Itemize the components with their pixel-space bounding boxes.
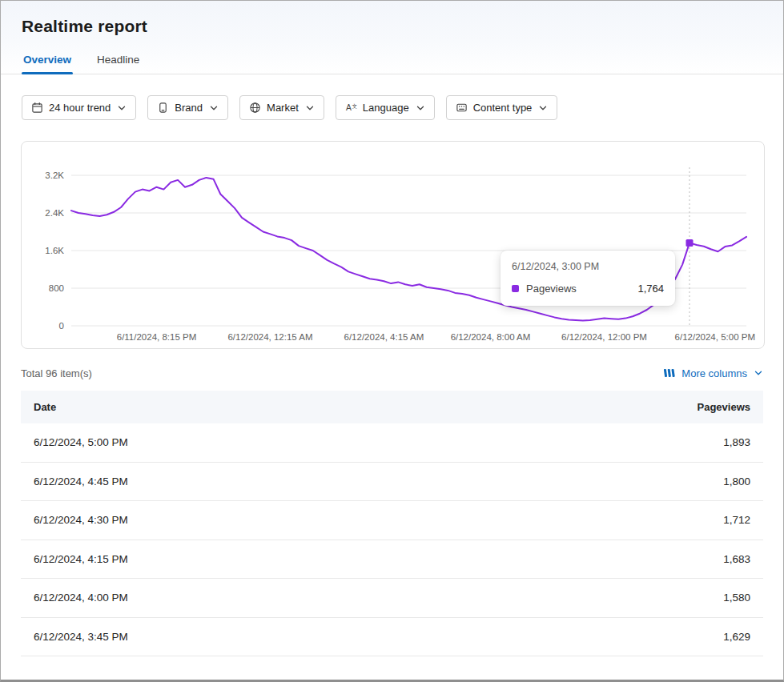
table-row[interactable]: 6/12/2024, 4:15 PM1,683: [21, 540, 763, 580]
tab-headline[interactable]: Headline: [95, 49, 141, 74]
chevron-down-icon: [117, 103, 127, 113]
svg-text:文: 文: [352, 103, 357, 109]
filter-bar: 24 hour trend Brand Market A: [1, 74, 783, 120]
hover-marker: [686, 239, 694, 247]
trend-chart[interactable]: 3.2K2.4K1.6K80006/11/2024, 8:15 PM6/12/2…: [22, 151, 764, 347]
language-filter-button[interactable]: A文 Language: [336, 95, 435, 120]
language-filter-label: Language: [363, 102, 409, 114]
y-axis-tick-label: 0: [59, 321, 64, 331]
more-columns-button[interactable]: More columns: [663, 367, 763, 379]
trend-filter-label: 24 hour trend: [49, 102, 111, 114]
pageviews-trend-chart-card: 3.2K2.4K1.6K80006/11/2024, 8:15 PM6/12/2…: [21, 141, 765, 349]
table-row[interactable]: 6/12/2024, 4:00 PM1,580: [21, 579, 763, 618]
table-row[interactable]: 6/12/2024, 4:30 PM1,712: [21, 501, 763, 540]
brand-icon: [157, 102, 169, 114]
tooltip-timestamp: 6/12/2024, 3:00 PM: [512, 261, 664, 272]
realtime-report-page: Realtime report Overview Headline 24 hou…: [0, 0, 784, 682]
brand-filter-label: Brand: [175, 102, 203, 114]
language-icon: A文: [345, 102, 357, 114]
y-axis-tick-label: 2.4K: [45, 208, 64, 218]
calendar-icon: [31, 102, 43, 114]
x-axis-tick-label: 6/11/2024, 8:15 PM: [117, 332, 197, 342]
page-header: Realtime report Overview Headline: [1, 1, 783, 74]
svg-text:A: A: [346, 103, 352, 112]
x-axis-tick-label: 6/12/2024, 12:00 PM: [561, 332, 647, 342]
x-axis-tick-label: 6/12/2024, 4:15 AM: [344, 332, 424, 342]
columns-icon: [663, 367, 676, 379]
date-cell: 6/12/2024, 4:15 PM: [34, 553, 723, 565]
x-axis-tick-label: 6/12/2024, 5:00 PM: [675, 332, 755, 342]
table-row[interactable]: 6/12/2024, 4:45 PM1,800: [21, 463, 763, 502]
tab-overview[interactable]: Overview: [22, 49, 73, 74]
pageviews-cell: 1,712: [723, 514, 750, 526]
pageviews-table: Date Pageviews 6/12/2024, 5:00 PM1,8936/…: [21, 391, 763, 656]
page-title: Realtime report: [1, 17, 783, 36]
pageviews-cell: 1,580: [723, 592, 750, 604]
chevron-down-icon: [754, 368, 763, 378]
table-header-row: Date Pageviews: [21, 391, 763, 423]
trend-filter-button[interactable]: 24 hour trend: [22, 95, 136, 120]
y-axis-tick-label: 3.2K: [45, 170, 64, 180]
tab-bar: Overview Headline: [1, 49, 783, 74]
date-cell: 6/12/2024, 4:45 PM: [34, 475, 723, 487]
content-type-filter-label: Content type: [473, 102, 533, 114]
date-column-header[interactable]: Date: [34, 401, 698, 413]
table-summary-bar: Total 96 item(s) More columns: [21, 367, 763, 379]
market-filter-button[interactable]: Market: [239, 95, 324, 120]
tooltip-series-value: 1,764: [637, 283, 664, 295]
chevron-down-icon: [538, 103, 548, 113]
date-cell: 6/12/2024, 4:00 PM: [34, 592, 723, 604]
tooltip-series-row: Pageviews 1,764: [512, 283, 664, 295]
pageviews-cell: 1,893: [723, 436, 750, 448]
pageviews-cell: 1,629: [723, 631, 750, 643]
chevron-down-icon: [416, 103, 425, 113]
y-axis-tick-label: 800: [49, 283, 64, 293]
chevron-down-icon: [209, 103, 219, 113]
x-axis-tick-label: 6/12/2024, 12:15 AM: [227, 332, 312, 342]
globe-icon: [249, 102, 261, 114]
more-columns-label: More columns: [681, 367, 747, 379]
tooltip-series-label: Pageviews: [526, 283, 577, 295]
chart-tooltip: 6/12/2024, 3:00 PM Pageviews 1,764: [501, 251, 675, 306]
table-row[interactable]: 6/12/2024, 3:45 PM1,629: [21, 618, 763, 657]
date-cell: 6/12/2024, 4:30 PM: [34, 514, 723, 526]
pageviews-cell: 1,800: [723, 475, 750, 487]
date-cell: 6/12/2024, 3:45 PM: [34, 631, 723, 643]
brand-filter-button[interactable]: Brand: [147, 95, 228, 120]
market-filter-label: Market: [267, 102, 299, 114]
content-type-filter-button[interactable]: Content type: [446, 95, 558, 120]
date-cell: 6/12/2024, 5:00 PM: [34, 436, 723, 448]
pageviews-column-header[interactable]: Pageviews: [698, 401, 751, 413]
total-items-label: Total 96 item(s): [21, 367, 92, 379]
chevron-down-icon: [305, 103, 315, 113]
table-row[interactable]: 6/12/2024, 5:00 PM1,893: [21, 423, 763, 463]
content-type-icon: [456, 102, 468, 114]
pageviews-legend-swatch: [512, 285, 519, 292]
y-axis-tick-label: 1.6K: [45, 246, 64, 255]
pageviews-cell: 1,683: [723, 553, 750, 565]
x-axis-tick-label: 6/12/2024, 8:00 AM: [451, 332, 531, 342]
table-body: 6/12/2024, 5:00 PM1,8936/12/2024, 4:45 P…: [21, 423, 763, 656]
